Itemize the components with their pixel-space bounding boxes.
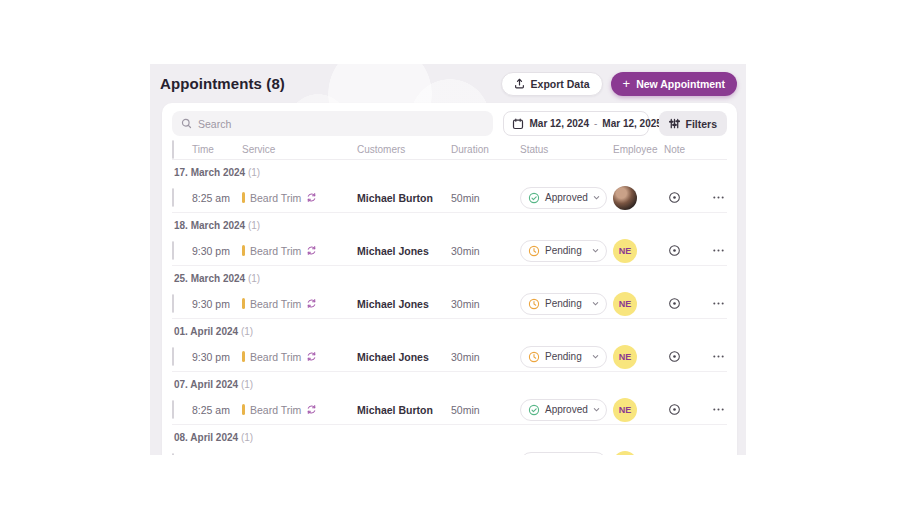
group-count: (1): [241, 432, 253, 443]
status-dropdown[interactable]: Pending: [520, 452, 607, 456]
status-label: Approved: [545, 404, 588, 415]
group-count: (1): [248, 167, 260, 178]
note-icon[interactable]: [664, 241, 684, 261]
status-icon: [528, 245, 540, 257]
date-range-start: Mar 12, 2024: [529, 118, 589, 129]
row-checkbox[interactable]: [172, 241, 174, 260]
service-name: Beard Trim: [250, 404, 301, 416]
row-menu-ellipsis-icon[interactable]: [708, 400, 728, 420]
appointment-time: 8:25 am: [192, 404, 242, 416]
status-icon: [528, 404, 540, 416]
app-header: Appointments (8) Export Data + New Appoi…: [150, 64, 746, 103]
group-count: (1): [241, 379, 253, 390]
appointment-row: 9:30 pm Beard Trim Michael Jones 30min P…: [172, 236, 727, 266]
appointment-row: 9:30 pm Beard Trim Michael Jones 30min P…: [172, 289, 727, 319]
date-range-end: Mar 12, 2025: [602, 118, 662, 129]
recurring-icon: [306, 351, 317, 362]
row-menu-ellipsis-icon[interactable]: [708, 453, 728, 456]
row-menu-ellipsis-icon[interactable]: [708, 294, 728, 314]
customer-name: Michael Burton: [357, 404, 451, 416]
appointment-time: 8:25 am: [192, 192, 242, 204]
appointment-duration: 30min: [451, 351, 520, 363]
filters-sliders-icon: [669, 118, 680, 129]
new-appointment-button[interactable]: + New Appointment: [611, 72, 737, 96]
service-color-bar: [242, 245, 245, 256]
note-icon[interactable]: [664, 294, 684, 314]
group-count: (1): [241, 326, 253, 337]
group-date-label: 17. March 2024 (1): [172, 160, 727, 183]
select-all-checkbox[interactable]: [172, 140, 174, 159]
service-color-bar: [242, 192, 245, 203]
service-name: Beard Trim: [250, 245, 301, 257]
appointment-duration: 30min: [451, 298, 520, 310]
service-color-bar: [242, 351, 245, 362]
filters-button[interactable]: Filters: [659, 111, 727, 136]
appointment-duration: 50min: [451, 192, 520, 204]
row-checkbox[interactable]: [172, 347, 174, 366]
appointment-group: 08. April 2024 (1) 9:30 pm Beard Trim Mi…: [172, 425, 727, 455]
row-menu-ellipsis-icon[interactable]: [708, 347, 728, 367]
row-checkbox[interactable]: [172, 188, 174, 207]
employee-avatar[interactable]: NE: [613, 345, 637, 369]
status-icon: [528, 298, 540, 310]
group-date: 07. April 2024: [174, 379, 238, 390]
service-color-bar: [242, 404, 245, 415]
group-date-label: 18. March 2024 (1): [172, 213, 727, 236]
row-checkbox[interactable]: [172, 400, 174, 419]
service-name: Beard Trim: [250, 192, 301, 204]
row-checkbox[interactable]: [172, 453, 174, 456]
service-name: Beard Trim: [250, 351, 301, 363]
status-label: Pending: [545, 298, 587, 309]
note-icon[interactable]: [664, 188, 684, 208]
recurring-icon: [306, 298, 317, 309]
group-count: (1): [248, 220, 260, 231]
employee-avatar[interactable]: NE: [613, 292, 637, 316]
status-dropdown[interactable]: Pending: [520, 346, 607, 368]
toolbar: Mar 12, 2024 - Mar 12, 2025 Filters: [172, 111, 727, 136]
group-date: 01. April 2024: [174, 326, 238, 337]
appointment-group: 25. March 2024 (1) 9:30 pm Beard Trim Mi…: [172, 266, 727, 319]
appointment-group: 17. March 2024 (1) 8:25 am Beard Trim Mi…: [172, 160, 727, 213]
appointment-groups: 17. March 2024 (1) 8:25 am Beard Trim Mi…: [172, 160, 727, 455]
table-header-row: Time Service Customers Duration Status E…: [172, 140, 727, 160]
employee-avatar[interactable]: NE: [613, 398, 637, 422]
appointment-time: 9:30 pm: [192, 351, 242, 363]
group-date-label: 07. April 2024 (1): [172, 372, 727, 395]
status-dropdown[interactable]: Approved: [520, 399, 607, 421]
column-header-status: Status: [520, 144, 613, 155]
service-color-bar: [242, 298, 245, 309]
search-box[interactable]: [172, 111, 493, 136]
appointment-duration: 50min: [451, 404, 520, 416]
status-dropdown[interactable]: Pending: [520, 293, 607, 315]
recurring-icon: [306, 404, 317, 415]
date-range-picker[interactable]: Mar 12, 2024 - Mar 12, 2025: [503, 111, 649, 136]
search-input[interactable]: [198, 118, 484, 130]
column-header-employee: Employee: [613, 144, 659, 155]
export-data-button[interactable]: Export Data: [501, 72, 603, 96]
group-date-label: 08. April 2024 (1): [172, 425, 727, 448]
column-header-time: Time: [192, 144, 242, 155]
status-dropdown[interactable]: Pending: [520, 240, 607, 262]
column-header-duration: Duration: [451, 144, 520, 155]
row-menu-ellipsis-icon[interactable]: [708, 241, 728, 261]
search-icon: [181, 118, 192, 129]
employee-avatar[interactable]: [613, 186, 637, 210]
row-menu-ellipsis-icon[interactable]: [708, 188, 728, 208]
note-icon[interactable]: [664, 453, 684, 456]
appointment-time: 9:30 pm: [192, 298, 242, 310]
group-date: 17. March 2024: [174, 167, 245, 178]
page-title: Appointments (8): [160, 75, 285, 92]
employee-avatar[interactable]: NE: [613, 239, 637, 263]
service-name: Beard Trim: [250, 298, 301, 310]
note-icon[interactable]: [664, 347, 684, 367]
export-data-label: Export Data: [531, 78, 590, 90]
status-dropdown[interactable]: Approved: [520, 187, 607, 209]
customer-name: Michael Jones: [357, 351, 451, 363]
appointment-duration: 30min: [451, 245, 520, 257]
employee-avatar[interactable]: NE: [613, 451, 637, 456]
appointment-row: 8:25 am Beard Trim Michael Burton 50min …: [172, 183, 727, 213]
chevron-down-icon: [592, 300, 599, 307]
row-checkbox[interactable]: [172, 294, 174, 313]
note-icon[interactable]: [664, 400, 684, 420]
customer-name: Michael Jones: [357, 245, 451, 257]
